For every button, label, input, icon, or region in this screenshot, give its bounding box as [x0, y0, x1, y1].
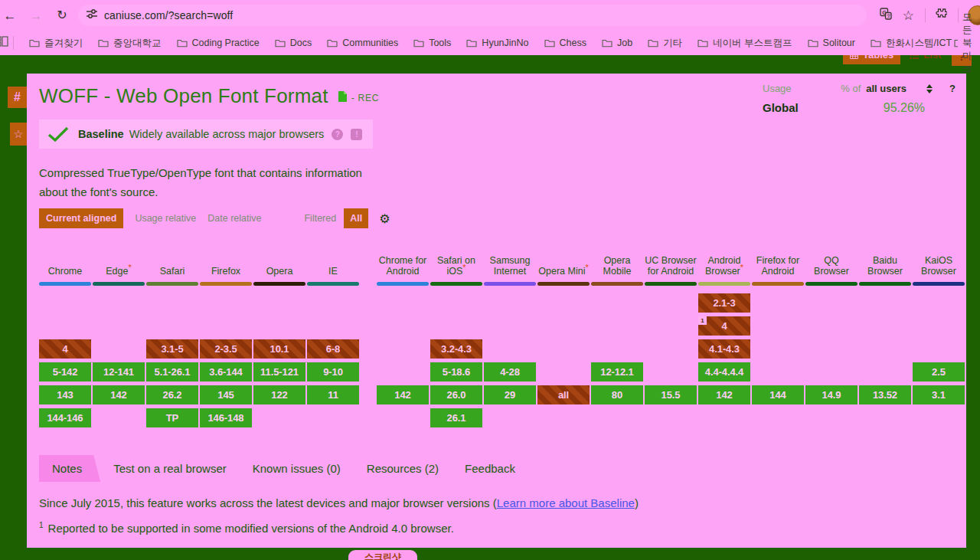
tab-feedback[interactable]: Feedback	[452, 455, 528, 482]
bookmarks-overflow[interactable]: 모든 북마크	[954, 11, 980, 76]
version-cell[interactable]: 3.6-144	[200, 362, 252, 382]
version-cell[interactable]: 122	[253, 385, 305, 404]
forward-icon[interactable]: →	[28, 9, 44, 22]
current-aligned-button[interactable]: Current aligned	[39, 208, 123, 228]
date-relative-button[interactable]: Date relative	[207, 213, 261, 224]
browser-name[interactable]: Chrome for Android	[377, 227, 429, 282]
bookmark-item[interactable]: 기타	[648, 37, 682, 50]
browser-name[interactable]: Edge*	[93, 227, 145, 282]
version-cell[interactable]: 4.1-4.3	[698, 339, 750, 359]
version-cell[interactable]: 3.1	[913, 385, 965, 404]
browser-name[interactable]: Safari	[146, 227, 198, 282]
address-bar[interactable]: caniuse.com/?search=woff	[78, 5, 867, 26]
url-text[interactable]: caniuse.com/?search=woff	[104, 9, 233, 21]
version-cell[interactable]: 144-146	[39, 408, 91, 427]
version-cell[interactable]: 5-142	[39, 362, 91, 382]
browser-name[interactable]: QQ Browser	[805, 227, 858, 282]
translate-icon[interactable]: G文	[880, 8, 892, 23]
permalink-hash-button[interactable]: #	[8, 87, 27, 108]
version-cell[interactable]: 142	[93, 385, 145, 404]
version-cell[interactable]: 10.1	[253, 339, 305, 359]
version-cell[interactable]: 4	[39, 339, 91, 359]
site-info-icon[interactable]	[86, 8, 98, 23]
browser-name[interactable]: IE	[307, 227, 359, 282]
bookmark-item[interactable]: Communities	[327, 38, 398, 48]
browser-name[interactable]: Opera Mobile	[591, 227, 643, 282]
spec-document-icon[interactable]	[338, 90, 348, 106]
browser-name[interactable]: Baidu Browser	[859, 227, 911, 282]
usage-help-icon[interactable]: ?	[949, 83, 956, 94]
version-cell[interactable]: 41	[698, 316, 750, 336]
version-cell[interactable]: 4-28	[484, 362, 536, 382]
version-cell[interactable]: 14.9	[805, 385, 858, 404]
version-cell[interactable]: 11	[307, 385, 359, 404]
version-cell[interactable]: 26.0	[430, 385, 482, 404]
baseline-feedback-icon[interactable]: !	[351, 129, 362, 140]
version-cell[interactable]: 5.1-26.1	[146, 362, 198, 382]
version-cell[interactable]: 15.5	[645, 385, 697, 404]
baseline-help-icon[interactable]: ?	[332, 129, 343, 140]
bookmark-item[interactable]: Docs	[275, 38, 312, 48]
bookmark-star-icon[interactable]: ☆	[903, 9, 914, 22]
filter-all-button[interactable]: All	[344, 208, 368, 228]
tab-test-on-a-real-browser[interactable]: Test on a real browser	[100, 455, 240, 482]
version-cell[interactable]: 3.1-5	[146, 339, 198, 359]
usage-relative-button[interactable]: Usage relative	[135, 213, 196, 224]
version-cell[interactable]: 9-10	[307, 362, 359, 382]
version-cell[interactable]: 3.2-4.3	[430, 339, 482, 359]
version-cell[interactable]: 13.52	[859, 385, 911, 404]
version-cell[interactable]: 5-18.6	[430, 362, 482, 382]
version-cell[interactable]: 2.1-3	[698, 293, 750, 313]
version-cell[interactable]: 2-3.5	[200, 339, 252, 359]
browser-name[interactable]: Chrome	[39, 227, 91, 282]
browser-name[interactable]: Safari on iOS*	[430, 227, 482, 282]
version-cell[interactable]: 11.5-121	[253, 362, 305, 382]
version-cell[interactable]: 142	[698, 385, 750, 404]
bookmark-item[interactable]: Tools	[413, 38, 451, 48]
bookmark-item[interactable]: Coding Practice	[177, 38, 260, 48]
reload-icon[interactable]: ↻	[54, 9, 70, 21]
bookmark-item[interactable]: Solitour	[808, 38, 855, 48]
browser-name[interactable]: KaiOS Browser	[913, 227, 965, 282]
version-cell[interactable]: all	[537, 385, 590, 404]
version-cell[interactable]: 143	[39, 385, 91, 404]
bookmark-item[interactable]: Chess	[544, 38, 586, 48]
version-cell[interactable]: TP	[146, 408, 198, 427]
browser-name[interactable]: Firefox for Android	[752, 227, 804, 282]
usage-select[interactable]: all users	[866, 83, 906, 94]
version-cell[interactable]: 29	[484, 385, 536, 404]
version-cell[interactable]: 2.5	[913, 362, 965, 382]
browser-name[interactable]: Samsung Internet	[484, 227, 536, 282]
browser-name[interactable]: Opera Mini*	[537, 227, 590, 282]
back-icon[interactable]: ←	[2, 9, 18, 22]
version-cell[interactable]: 145	[200, 385, 252, 404]
side-panel-icon[interactable]	[0, 36, 8, 50]
version-cell[interactable]: 142	[377, 385, 429, 404]
baseline-learn-more-link[interactable]: Learn more about Baseline	[497, 496, 635, 509]
select-arrows-icon[interactable]	[926, 84, 933, 93]
version-cell[interactable]: 12-141	[93, 362, 145, 382]
version-cell[interactable]: 6-8	[307, 339, 359, 359]
list-view-button[interactable]: List	[910, 55, 941, 61]
bookmark-item[interactable]: 중앙대학교	[98, 37, 162, 50]
version-cell[interactable]: 26.2	[146, 385, 198, 404]
favorite-star-button[interactable]: ☆	[10, 123, 27, 146]
version-cell[interactable]: 12-12.1	[591, 362, 643, 382]
clipped-bottom-button[interactable]: 스크린샷	[348, 550, 417, 560]
bookmark-item[interactable]: Job	[602, 38, 632, 48]
extensions-puzzle-icon[interactable]	[935, 8, 947, 23]
bookmark-item[interactable]: 즐겨찾기	[29, 37, 83, 50]
tab-known-issues-0[interactable]: Known issues (0)	[240, 455, 354, 482]
browser-name[interactable]: Android Browser*	[698, 227, 750, 282]
bookmark-item[interactable]: 네이버 부스트캠프	[697, 37, 792, 50]
version-cell[interactable]: 4.4-4.4.4	[698, 362, 750, 382]
bookmark-item[interactable]: HyunJinNo	[466, 38, 528, 48]
browser-name[interactable]: Opera	[253, 227, 305, 282]
bookmark-item[interactable]: 한화시스템/ICT	[871, 37, 952, 50]
browser-name[interactable]: UC Browser for Android	[645, 227, 697, 282]
version-cell[interactable]: 80	[591, 385, 643, 404]
version-cell[interactable]: 144	[752, 385, 804, 404]
tables-view-button[interactable]: Tables	[843, 55, 900, 64]
settings-gear-icon[interactable]: ⚙	[379, 211, 390, 226]
tab-notes[interactable]: Notes	[39, 455, 100, 482]
